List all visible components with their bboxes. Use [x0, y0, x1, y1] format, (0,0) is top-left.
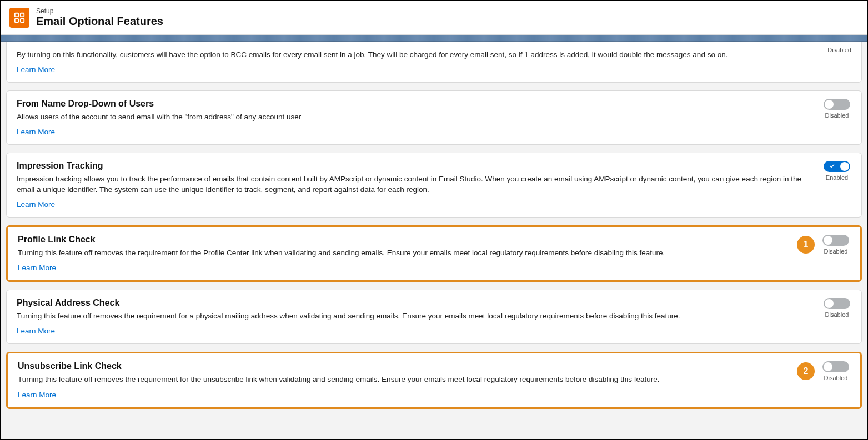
feature-description: Turning this feature off removes the req…	[17, 311, 814, 321]
decorative-band	[1, 35, 867, 42]
breadcrumb: Setup	[36, 7, 163, 15]
toggle-from-name[interactable]	[824, 99, 850, 110]
toggle-physical-address-check[interactable]	[824, 298, 850, 309]
page-header: Setup Email Optional Features	[1, 1, 867, 35]
feature-card-physical-address-check: Physical Address Check Turning this feat…	[6, 290, 862, 344]
feature-card-profile-link-check: Profile Link Check Turning this feature …	[6, 225, 862, 282]
learn-more-link[interactable]: Learn More	[17, 327, 55, 335]
status-label: Disabled	[824, 375, 848, 381]
annotation-badge-2: 2	[797, 362, 815, 380]
feature-card-unsubscribe-link-check: Unsubscribe Link Check Turning this feat…	[6, 352, 862, 408]
status-label: Disabled	[827, 47, 851, 53]
annotation-badge-1: 1	[797, 236, 815, 254]
feature-description: By turning on this functionality, custom…	[17, 50, 851, 60]
learn-more-link[interactable]: Learn More	[17, 128, 55, 136]
learn-more-link[interactable]: Learn More	[17, 65, 55, 74]
toggle-unsubscribe-link-check[interactable]	[822, 361, 849, 372]
learn-more-link[interactable]: Learn More	[18, 391, 56, 399]
feature-title: Impression Tracking	[17, 161, 814, 171]
toggle-impression-tracking[interactable]	[824, 161, 850, 172]
status-label: Enabled	[826, 174, 848, 181]
learn-more-link[interactable]: Learn More	[17, 200, 55, 209]
content-area: Disabled By turning on this functionalit…	[1, 42, 867, 414]
page-title: Email Optional Features	[36, 15, 163, 28]
feature-title: Physical Address Check	[17, 298, 814, 308]
svg-rect-0	[15, 13, 18, 16]
feature-description: Allows users of the account to send emai…	[17, 112, 814, 122]
learn-more-link[interactable]: Learn More	[18, 264, 56, 272]
svg-rect-2	[15, 18, 18, 22]
feature-title: Unsubscribe Link Check	[18, 361, 788, 371]
feature-card-bcc: Disabled By turning on this functionalit…	[6, 42, 862, 83]
feature-description: Impression tracking allows you to track …	[17, 174, 814, 194]
feature-description: Turning this feature off removes the req…	[18, 375, 788, 385]
status-label: Disabled	[824, 248, 848, 255]
feature-card-from-name: From Name Drop-Down of Users Allows user…	[6, 90, 862, 145]
feature-card-impression-tracking: Impression Tracking Impression tracking …	[6, 153, 862, 217]
svg-rect-1	[21, 13, 24, 16]
feature-title: Profile Link Check	[18, 235, 788, 245]
toggle-profile-link-check[interactable]	[822, 235, 849, 246]
status-label: Disabled	[825, 112, 849, 119]
feature-description: Turning this feature off removes the req…	[18, 248, 788, 258]
status-label: Disabled	[825, 311, 849, 318]
feature-title: From Name Drop-Down of Users	[17, 99, 814, 109]
svg-rect-3	[21, 18, 24, 22]
setup-icon	[9, 8, 29, 28]
